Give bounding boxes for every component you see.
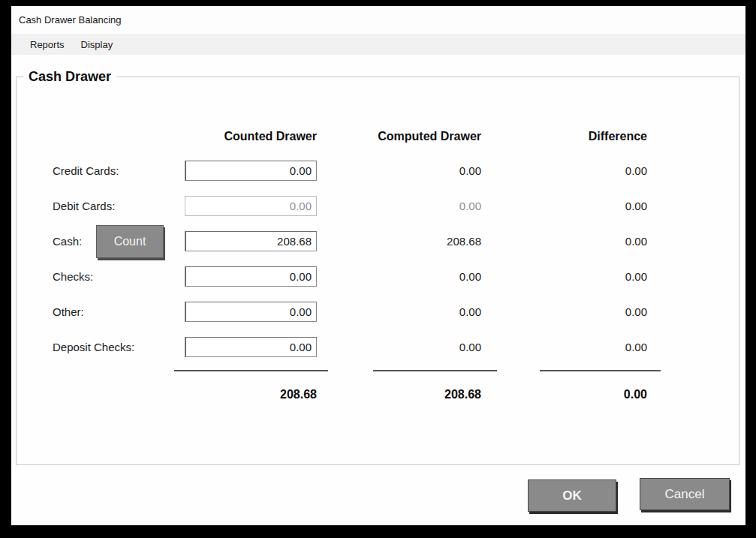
deposit-checks-difference-value: 0.00 [481, 329, 647, 365]
counted-total-value: 208.68 [185, 378, 317, 411]
other-difference-value: 0.00 [481, 294, 647, 329]
totals-separator [53, 365, 647, 378]
counted-total-line [174, 370, 328, 371]
difference-total-line [540, 370, 661, 371]
balance-table: Counted Drawer Computed Drawer Differenc… [53, 120, 647, 411]
credit-cards-computed-value: 0.00 [317, 153, 481, 188]
column-header-difference: Difference [481, 120, 647, 153]
cash-drawer-balancing-window: Cash Drawer Balancing Reports Display Ca… [11, 6, 745, 525]
checks-counted-input[interactable] [185, 266, 317, 287]
other-counted-input[interactable] [185, 302, 317, 322]
computed-total-line [373, 370, 497, 371]
other-computed-value: 0.00 [317, 294, 481, 329]
menu-bar: Reports Display [11, 34, 745, 55]
table-row [185, 224, 317, 259]
checks-computed-value: 0.00 [317, 259, 481, 294]
row-label-deposit-checks: Deposit Checks: [53, 329, 185, 365]
difference-total-value: 0.00 [481, 378, 647, 411]
row-label-credit-cards: Credit Cards: [53, 153, 185, 188]
menu-item-reports[interactable]: Reports [22, 36, 73, 53]
cancel-button[interactable]: Cancel [640, 478, 730, 510]
window-title: Cash Drawer Balancing [19, 14, 122, 26]
table-row [185, 259, 317, 294]
cash-counted-input[interactable] [185, 231, 317, 251]
row-label-text: Debit Cards: [53, 200, 115, 212]
menu-item-display[interactable]: Display [73, 36, 122, 53]
cash-computed-value: 208.68 [317, 224, 481, 259]
debit-cards-computed-value: 0.00 [317, 188, 481, 224]
row-label-text: Credit Cards: [53, 164, 119, 177]
row-label-checks: Checks: [53, 259, 185, 294]
checks-difference-value: 0.00 [481, 259, 647, 294]
row-label-text: Checks: [53, 270, 93, 283]
groupbox-title: Cash Drawer [23, 69, 116, 85]
header-spacer [53, 120, 185, 153]
deposit-checks-computed-value: 0.00 [317, 329, 481, 365]
table-row [185, 294, 317, 329]
table-row [185, 153, 317, 188]
ok-button[interactable]: OK [528, 479, 616, 512]
row-label-other: Other: [53, 294, 185, 329]
debit-cards-difference-value: 0.00 [481, 188, 647, 224]
cash-difference-value: 0.00 [481, 224, 647, 259]
credit-cards-counted-input[interactable] [185, 161, 317, 181]
totals-spacer [53, 378, 185, 411]
row-label-cash: Cash: Count [53, 224, 185, 259]
credit-cards-difference-value: 0.00 [481, 153, 647, 188]
debit-cards-counted-input [185, 196, 317, 216]
title-bar: Cash Drawer Balancing [11, 6, 745, 34]
row-label-text: Deposit Checks: [53, 341, 134, 353]
computed-total-value: 208.68 [317, 378, 481, 411]
table-row [185, 329, 317, 365]
row-label-text: Other: [53, 305, 84, 318]
row-label-text: Cash: [53, 235, 82, 248]
count-button[interactable]: Count [96, 225, 164, 258]
column-header-counted-drawer: Counted Drawer [185, 120, 317, 153]
row-label-debit-cards: Debit Cards: [53, 188, 185, 224]
deposit-checks-counted-input[interactable] [185, 337, 317, 357]
column-header-computed-drawer: Computed Drawer [317, 120, 481, 153]
table-row [185, 188, 317, 224]
